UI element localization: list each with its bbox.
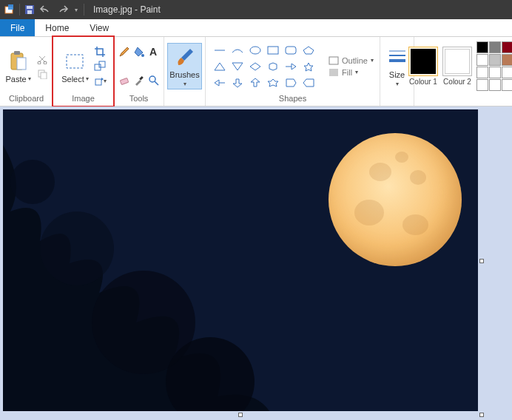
cut-icon[interactable] (36, 52, 49, 66)
svg-rect-19 (139, 76, 144, 81)
qat-customize-icon[interactable]: ▾ (72, 7, 81, 13)
eraser-icon[interactable] (118, 74, 131, 87)
select-button[interactable]: Select▾ (60, 48, 90, 85)
svg-rect-22 (268, 47, 278, 54)
group-image: Select▾ ▾ Image (53, 37, 114, 106)
rotate-icon[interactable]: ▾ (93, 75, 107, 88)
palette-swatch[interactable] (476, 67, 488, 78)
tree-silhouette (3, 145, 269, 411)
svg-rect-7 (17, 58, 26, 70)
canvas[interactable] (3, 109, 478, 411)
qat-save-icon[interactable] (23, 3, 36, 16)
brushes-label: Brushes (169, 70, 199, 79)
paste-label: Paste (5, 75, 26, 84)
palette-swatch[interactable] (502, 54, 512, 66)
select-icon (63, 50, 87, 73)
tab-view[interactable]: View (79, 19, 119, 36)
shapes-gallery[interactable] (212, 43, 321, 90)
resize-icon[interactable] (93, 60, 107, 73)
group-shapes: Outline▾ Fill▾ Shapes (206, 37, 380, 106)
moon-image (329, 133, 462, 266)
svg-rect-11 (41, 72, 47, 79)
picker-icon[interactable] (132, 74, 146, 87)
pencil-icon[interactable] (118, 45, 131, 58)
outline-button[interactable]: Outline▾ (329, 56, 374, 65)
palette-swatch[interactable] (476, 79, 488, 91)
crop-icon[interactable] (93, 45, 107, 58)
resize-handle[interactable] (238, 413, 243, 417)
svg-marker-30 (268, 79, 278, 87)
zoom-icon[interactable] (147, 74, 161, 87)
group-tools-label: Tools (129, 94, 149, 106)
svg-marker-27 (250, 63, 260, 70)
colour1-label: Colour 1 (409, 78, 437, 86)
svg-marker-31 (286, 79, 296, 87)
palette-swatch[interactable] (502, 41, 512, 53)
qat-undo-icon[interactable] (36, 4, 54, 16)
palette-swatch[interactable] (476, 54, 488, 66)
canvas-area (0, 106, 512, 420)
fill-button[interactable]: Fill▾ (329, 68, 374, 77)
svg-rect-23 (286, 47, 296, 54)
svg-point-21 (250, 47, 260, 54)
ribbon-tabs: File Home View (0, 19, 512, 37)
svg-rect-18 (120, 78, 128, 84)
palette-swatch[interactable] (489, 54, 501, 66)
svg-point-38 (10, 160, 55, 204)
group-clipboard-label: Clipboard (9, 94, 44, 106)
svg-rect-33 (329, 57, 338, 64)
palette-swatch[interactable] (489, 41, 501, 53)
group-shapes-label: Shapes (279, 94, 306, 106)
resize-handle[interactable] (479, 259, 484, 263)
svg-rect-4 (27, 10, 32, 14)
svg-marker-25 (215, 63, 225, 70)
svg-marker-24 (303, 47, 314, 54)
svg-text:A: A (149, 46, 157, 58)
svg-rect-6 (14, 51, 20, 55)
group-colours: Colour 1 Colour 2 (414, 37, 508, 106)
colour2-label: Colour 2 (443, 78, 471, 86)
palette-swatch[interactable] (502, 79, 512, 91)
svg-marker-28 (269, 63, 277, 70)
paste-button[interactable]: Paste▾ (4, 48, 32, 85)
colour1-button[interactable]: Colour 1 (408, 47, 438, 86)
fill-icon[interactable] (132, 45, 146, 58)
palette-swatch[interactable] (489, 67, 501, 78)
svg-marker-29 (304, 63, 313, 71)
palette-swatch[interactable] (489, 79, 501, 91)
svg-rect-34 (329, 69, 338, 76)
resize-handle[interactable] (479, 413, 484, 417)
group-clipboard: Paste▾ Clipboard (0, 37, 53, 106)
size-label: Size (389, 70, 405, 79)
svg-rect-15 (95, 79, 101, 85)
group-tools: A Tools (114, 37, 164, 106)
ribbon: Paste▾ Clipboard Select▾ ▾ Image (0, 37, 512, 106)
select-label: Select (61, 75, 84, 84)
svg-marker-32 (303, 79, 314, 87)
colour-palette[interactable] (476, 41, 512, 91)
svg-rect-3 (27, 6, 33, 9)
size-icon (385, 45, 409, 69)
titlebar: ▾ Image.jpg - Paint (0, 0, 512, 19)
group-brushes: Brushes ▾ (164, 37, 206, 106)
brushes-button[interactable]: Brushes ▾ (167, 43, 201, 89)
svg-rect-12 (67, 55, 83, 68)
paste-icon (7, 50, 30, 73)
palette-swatch[interactable] (476, 41, 488, 53)
tab-home[interactable]: Home (35, 19, 79, 36)
paint-app-icon (3, 3, 16, 16)
size-button[interactable]: Size ▾ (384, 44, 411, 89)
window-title: Image.jpg - Paint (93, 4, 161, 15)
colour2-button[interactable]: Colour 2 (442, 47, 472, 86)
svg-point-20 (149, 76, 155, 82)
brushes-icon (173, 45, 197, 69)
group-image-label: Image (72, 94, 95, 106)
palette-swatch[interactable] (502, 67, 512, 78)
svg-point-39 (40, 211, 114, 285)
svg-rect-1 (8, 4, 13, 10)
tab-file[interactable]: File (0, 19, 35, 36)
shape-options: Outline▾ Fill▾ (324, 56, 374, 77)
copy-icon[interactable] (36, 67, 49, 81)
text-icon[interactable]: A (147, 45, 161, 58)
qat-redo-icon[interactable] (54, 4, 72, 16)
